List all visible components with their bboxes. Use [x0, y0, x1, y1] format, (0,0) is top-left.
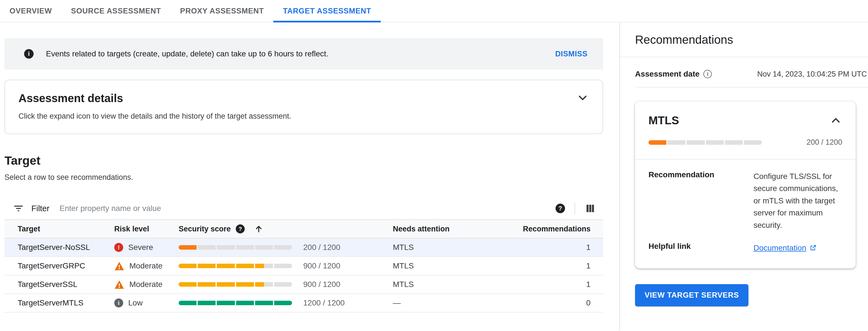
divider	[635, 159, 856, 160]
tab-source-assessment[interactable]: SOURCE ASSESSMENT	[61, 0, 170, 22]
recommendations-count: 0	[521, 299, 591, 307]
info-outline-icon[interactable]: i	[703, 70, 712, 78]
chevron-down-icon[interactable]	[576, 91, 589, 104]
tab-overview[interactable]: OVERVIEW	[0, 0, 61, 22]
recommendations-count: 1	[521, 243, 591, 252]
tab-label: PROXY ASSESSMENT	[180, 7, 264, 16]
target-name: TargetServer-NoSSL	[18, 243, 114, 252]
tab-label: TARGET ASSESSMENT	[283, 7, 371, 16]
error-circle-icon: !	[114, 243, 123, 252]
risk-label: Low	[128, 299, 143, 307]
table-row[interactable]: TargetServerGRPCModerate900 / 1200MTLS1	[4, 257, 603, 275]
divider	[620, 57, 868, 57]
col-recommendations: Recommendations	[521, 225, 591, 233]
recommendations-count: 1	[521, 261, 591, 270]
tab-proxy-assessment[interactable]: PROXY ASSESSMENT	[170, 0, 273, 22]
risk-level-cell: Moderate	[114, 261, 179, 271]
info-banner: i Events related to targets (create, upd…	[4, 38, 603, 70]
main-area: i Events related to targets (create, upd…	[0, 23, 619, 330]
table-body: TargetServer-NoSSL!Severe200 / 1200MTLS1…	[4, 239, 603, 312]
dismiss-button[interactable]: DISMISS	[555, 50, 587, 58]
banner-text: Events related to targets (create, updat…	[46, 49, 329, 58]
tab-label: SOURCE ASSESSMENT	[71, 7, 161, 16]
info-icon: i	[24, 49, 34, 59]
col-target: Target	[18, 225, 114, 233]
panel-bar-slot	[649, 140, 762, 145]
score-bar-cell	[179, 264, 303, 268]
tab-bar: OVERVIEWSOURCE ASSESSMENTPROXY ASSESSMEN…	[0, 0, 868, 23]
security-score-bar	[179, 282, 292, 287]
table-header: Target Risk level Security score ? Needs…	[4, 220, 603, 239]
needs-attention-value: MTLS	[393, 261, 521, 270]
assessment-details-card: Assessment details Click the expand icon…	[4, 80, 603, 134]
filter-input[interactable]	[59, 204, 556, 213]
filter-icon	[13, 203, 24, 214]
target-name: TargetServerMTLS	[18, 299, 114, 307]
security-score-bar	[179, 264, 292, 268]
score-bar-cell	[179, 282, 303, 287]
table-row[interactable]: TargetServerMTLSiLow1200 / 1200—0	[4, 294, 603, 312]
security-score-bar	[179, 301, 292, 305]
documentation-link[interactable]: Documentation	[753, 242, 817, 254]
risk-label: Severe	[128, 243, 153, 252]
score-value: 200 / 1200	[303, 243, 393, 252]
target-section-subtitle: Select a row to see recommendations.	[4, 173, 603, 182]
risk-level-cell: !Severe	[114, 243, 179, 252]
info-circle-icon: i	[114, 299, 123, 307]
mtls-card-header: MTLS	[649, 114, 842, 127]
needs-attention-value: MTLS	[393, 243, 521, 252]
view-target-servers-button[interactable]: VIEW TARGET SERVERS	[635, 284, 748, 306]
warning-triangle-icon	[114, 261, 124, 271]
filter-label: Filter	[31, 204, 49, 213]
mtls-score-text: 200 / 1200	[806, 138, 842, 147]
content: i Events related to targets (create, upd…	[0, 23, 868, 330]
tab-target-assessment[interactable]: TARGET ASSESSMENT	[273, 0, 380, 22]
assessment-date-value: Nov 14, 2023, 10:04:25 PM UTC	[757, 70, 868, 79]
risk-label: Moderate	[129, 280, 162, 289]
assessment-date-row: Assessment date i Nov 14, 2023, 10:04:25…	[635, 70, 868, 87]
table-row[interactable]: TargetServerSSLModerate900 / 1200MTLS1	[4, 275, 603, 294]
help-icon[interactable]: ?	[556, 204, 565, 213]
helpful-link-row: Helpful link Documentation	[649, 242, 842, 254]
mtls-card-title: MTLS	[649, 114, 679, 127]
target-section-title: Target	[4, 154, 603, 167]
recommendation-row: Recommendation Configure TLS/SSL for sec…	[649, 170, 842, 231]
column-settings-icon[interactable]	[585, 203, 596, 214]
score-bar-cell	[179, 301, 303, 305]
assessment-details-subtitle: Click the expand icon to view the detail…	[19, 112, 589, 120]
helpful-link-label: Helpful link	[649, 242, 753, 254]
target-name: TargetServerSSL	[18, 280, 114, 289]
mtls-score-row: 200 / 1200	[649, 138, 842, 147]
sort-ascending-icon[interactable]	[254, 224, 264, 234]
chevron-up-icon[interactable]	[829, 114, 842, 127]
external-link-icon	[809, 244, 817, 252]
recommendations-count: 1	[521, 280, 591, 289]
col-security-score-label: Security score	[179, 225, 231, 233]
tab-label: OVERVIEW	[9, 7, 52, 16]
recommendations-panel: Recommendations Assessment date i Nov 14…	[619, 23, 868, 330]
col-security-score: Security score ?	[179, 224, 303, 234]
panel-title: Recommendations	[635, 33, 856, 47]
target-name: TargetServerGRPC	[18, 261, 114, 270]
col-risk-level: Risk level	[114, 225, 179, 233]
mtls-recommendation-card: MTLS 200 / 1200 Recommendation Configure…	[635, 102, 856, 269]
score-value: 900 / 1200	[303, 280, 393, 289]
security-score-bar	[179, 245, 292, 250]
col-needs-attention: Needs attention	[393, 225, 521, 233]
assessment-details-title: Assessment details	[19, 92, 589, 105]
score-help-icon[interactable]: ?	[236, 224, 245, 233]
warning-triangle-icon	[114, 280, 124, 289]
risk-level-cell: Moderate	[114, 280, 179, 289]
filter-bar: Filter ?	[4, 197, 603, 220]
recommendation-text: Configure TLS/SSL for secure communicati…	[753, 170, 842, 231]
score-value: 1200 / 1200	[303, 299, 393, 307]
score-bar-cell	[179, 245, 303, 250]
table-row[interactable]: TargetServer-NoSSL!Severe200 / 1200MTLS1	[4, 239, 603, 257]
risk-level-cell: iLow	[114, 299, 179, 307]
needs-attention-value: —	[393, 299, 521, 307]
needs-attention-value: MTLS	[393, 280, 521, 289]
recommendation-label: Recommendation	[649, 170, 753, 231]
divider	[575, 202, 575, 215]
security-score-bar	[649, 140, 762, 145]
score-value: 900 / 1200	[303, 261, 393, 270]
